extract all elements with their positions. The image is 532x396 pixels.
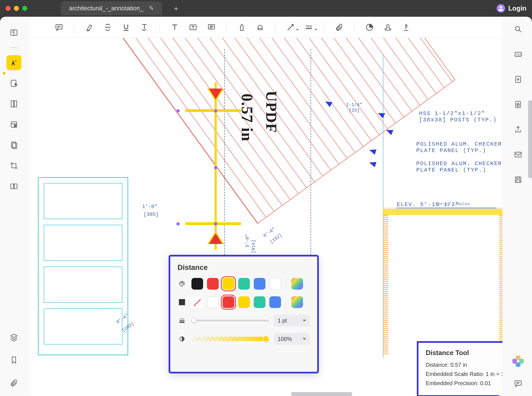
center-pane: 1'-0" [305] 0'-4" [102] 3'-0" [914] 0'-6… xyxy=(29,17,503,396)
annotate-toolbar xyxy=(29,17,503,38)
toolbar-stamp-button[interactable] xyxy=(381,20,395,35)
toolbar-text-button[interactable] xyxy=(168,20,182,35)
minimize-window-button[interactable] xyxy=(14,6,19,11)
toolbar-shape-button[interactable] xyxy=(283,20,298,35)
dim-label: [305] xyxy=(144,212,159,217)
slider-thumb[interactable] xyxy=(263,336,269,342)
selection-handle[interactable] xyxy=(176,109,180,113)
slider-thumb[interactable] xyxy=(191,318,196,323)
elev-line xyxy=(396,208,496,208)
save-button[interactable] xyxy=(511,173,525,187)
sidebar-item-form[interactable] xyxy=(6,117,21,132)
fill-color-swatch[interactable] xyxy=(238,296,250,308)
horizontal-scrollbar[interactable] xyxy=(291,392,352,396)
svg-rect-32 xyxy=(516,180,520,182)
stroke-color-swatch[interactable] xyxy=(207,278,219,290)
selection-handle[interactable] xyxy=(214,222,217,226)
sidebar-item-bookmark[interactable] xyxy=(6,353,21,368)
stroke-color-row xyxy=(178,278,310,290)
callout-text: POLISHED ALUM. CHECKER PLATE PANEL (TYP.… xyxy=(416,141,502,154)
dim-label: 1-1/4" xyxy=(346,102,362,107)
search-button[interactable] xyxy=(511,22,525,36)
toolbar-underline-button[interactable] xyxy=(119,20,133,35)
thickness-select[interactable]: 1 pt xyxy=(274,315,310,326)
stroke-color-swatch[interactable] xyxy=(254,278,265,290)
opacity-slider[interactable] xyxy=(191,337,269,341)
thickness-row: 1 pt xyxy=(178,315,310,326)
ocr-button[interactable]: OCR xyxy=(511,47,525,61)
share-button[interactable] xyxy=(511,123,525,136)
opacity-row: 100% xyxy=(178,333,310,345)
updf-logo-button[interactable] xyxy=(511,354,525,368)
selection-handle[interactable] xyxy=(176,222,180,226)
svg-point-23 xyxy=(515,26,519,31)
sidebar-item-pages[interactable] xyxy=(6,96,21,111)
new-tab-button[interactable]: ＋ xyxy=(171,3,182,14)
sidebar-item-crop[interactable] xyxy=(6,158,21,173)
active-indicator xyxy=(3,72,6,75)
toolbar-strikethrough-button[interactable] xyxy=(100,20,115,35)
vertical-scrollbar[interactable] xyxy=(528,100,532,178)
toolbar-signature-button[interactable] xyxy=(399,20,413,35)
opacity-icon xyxy=(178,336,186,342)
dim-label: 3'-0" xyxy=(245,234,250,248)
maximize-window-button[interactable] xyxy=(22,6,27,11)
thickness-slider[interactable] xyxy=(191,320,269,321)
opacity-select[interactable]: 100% xyxy=(274,333,310,345)
leader-arrow-icon xyxy=(383,126,393,135)
leader-arrow-icon xyxy=(366,159,377,167)
close-window-button[interactable] xyxy=(6,6,11,11)
stroke-color-swatch[interactable] xyxy=(191,278,203,290)
toolbar-textbox-button[interactable] xyxy=(186,20,200,35)
toolbar-callout-button[interactable] xyxy=(204,20,219,35)
sidebar-item-reader[interactable] xyxy=(6,25,21,40)
dim-label: [152] xyxy=(269,233,283,245)
sidebar-item-organize[interactable] xyxy=(6,138,21,153)
toolbar-sticker-button[interactable] xyxy=(362,20,377,35)
dim-label: 1'-0" xyxy=(142,204,157,209)
popup-title: Distance xyxy=(178,263,310,272)
email-button[interactable] xyxy=(511,148,525,162)
selection-handle[interactable] xyxy=(214,166,217,169)
toolbar-pencil-button[interactable] xyxy=(235,20,249,35)
svg-rect-9 xyxy=(11,184,14,189)
fill-color-swatch[interactable] xyxy=(207,296,219,308)
fill-color-swatch[interactable] xyxy=(269,296,281,308)
svg-rect-10 xyxy=(14,184,17,189)
separator xyxy=(226,22,227,33)
distance-tool-info: Distance Tool Distance: 0.57 in Embedded… xyxy=(417,341,503,396)
stroke-color-swatch[interactable] xyxy=(269,278,281,290)
toolbar-highlight-button[interactable] xyxy=(82,20,97,35)
info-distance: Distance: 0.57 in xyxy=(426,362,503,368)
protect-button[interactable] xyxy=(511,97,525,111)
login-button[interactable]: Login xyxy=(497,4,526,13)
callout-text: POLISHED ALUM. CHECKER PLATE PANEL (TYP.… xyxy=(416,160,502,173)
sidebar-item-edit[interactable] xyxy=(6,76,21,91)
feedback-button[interactable] xyxy=(511,377,525,390)
thickness-value: 1 pt xyxy=(278,317,287,324)
toolbar-eraser-button[interactable] xyxy=(253,20,267,35)
document-tab[interactable]: architectural_-_annotation_ ✎ xyxy=(61,1,162,15)
sidebar-item-layers[interactable] xyxy=(6,330,21,345)
sidebar-item-attachment[interactable] xyxy=(6,375,21,390)
svg-point-15 xyxy=(386,25,389,27)
svg-point-16 xyxy=(181,283,181,284)
custom-color-button[interactable] xyxy=(291,278,303,290)
dashed-line xyxy=(311,49,311,255)
sidebar-item-annotate[interactable] xyxy=(6,55,21,70)
selection-handle[interactable] xyxy=(214,109,217,113)
toolbar-comment-button[interactable] xyxy=(52,20,66,35)
fill-color-swatch[interactable] xyxy=(254,296,265,308)
toolbar-measure-button[interactable] xyxy=(302,20,316,35)
fill-color-swatch[interactable] xyxy=(191,296,203,308)
stroke-color-swatch[interactable] xyxy=(223,278,234,290)
toolbar-squiggly-button[interactable] xyxy=(137,20,152,35)
sidebar-item-compare[interactable] xyxy=(6,179,21,194)
toolbar-attachment-button[interactable] xyxy=(332,20,346,35)
fill-color-swatch[interactable] xyxy=(223,296,234,308)
convert-button[interactable] xyxy=(511,72,525,86)
custom-color-button[interactable] xyxy=(291,296,303,308)
separator xyxy=(74,22,74,33)
stroke-color-swatch[interactable] xyxy=(238,278,250,290)
svg-rect-33 xyxy=(515,381,521,385)
